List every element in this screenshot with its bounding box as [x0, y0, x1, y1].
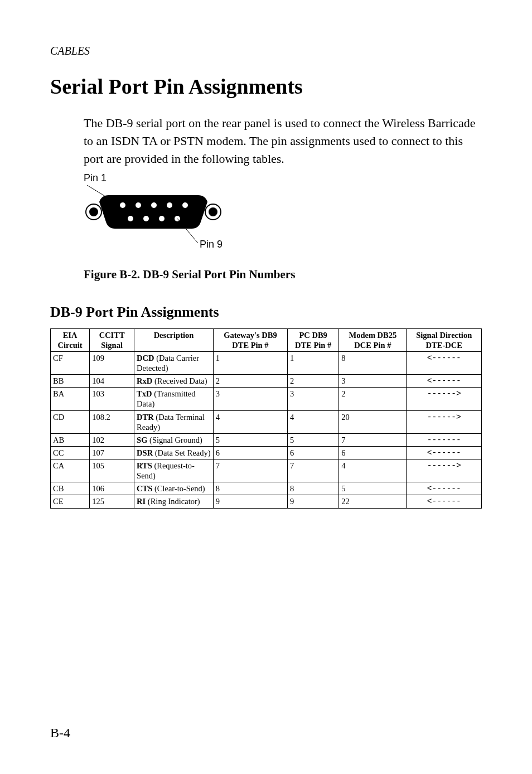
pin-assignments-table: EIA Circuit CCITT Signal Description Gat… [50, 328, 482, 509]
svg-point-5 [120, 202, 125, 208]
th-dir: Signal Direction DTE-DCE [407, 328, 482, 351]
table-cell: CC [51, 446, 90, 459]
table-row: BA103TxD (Transmitted Data)332------> [51, 388, 482, 410]
table-cell: 5 [288, 433, 339, 446]
table-row: CA105RTS (Request-to-Send)774------> [51, 459, 482, 482]
section-heading: DB-9 Port Pin Assignments [50, 304, 482, 321]
db9-connector-icon: Pin 9 [84, 185, 234, 252]
svg-point-2 [89, 207, 98, 216]
table-cell-direction: <------ [407, 446, 482, 459]
table-cell: 103 [90, 388, 134, 410]
table-cell: 2 [213, 375, 287, 388]
table-cell-direction: ------- [407, 433, 482, 446]
table-cell: CB [51, 482, 90, 495]
table-cell: BA [51, 388, 90, 410]
document-page: CABLES Serial Port Pin Assignments The D… [0, 0, 532, 774]
table-cell: 105 [90, 459, 134, 482]
table-cell: 3 [339, 375, 407, 388]
table-cell: 102 [90, 433, 134, 446]
svg-point-8 [167, 202, 172, 208]
table-cell: 125 [90, 495, 134, 508]
table-cell: 8 [213, 482, 287, 495]
table-cell-direction: <------ [407, 482, 482, 495]
svg-point-12 [159, 216, 165, 221]
th-dcepin: Modem DB25 DCE Pin # [339, 328, 407, 351]
table-cell-direction: <------ [407, 351, 482, 374]
table-row: AB102SG (Signal Ground)557------- [51, 433, 482, 446]
table-cell-direction: <------ [407, 495, 482, 508]
table-row: BB104RxD (Received Data)223<------ [51, 375, 482, 388]
page-title: Serial Port Pin Assignments [50, 74, 482, 99]
intro-paragraph: The DB-9 serial port on the rear panel i… [84, 114, 482, 168]
table-cell: 2 [288, 375, 339, 388]
db9-connector-figure: Pin 9 [84, 185, 482, 254]
table-cell-description: RxD (Received Data) [134, 375, 214, 388]
table-cell: 6 [213, 446, 287, 459]
table-cell: 4 [213, 410, 287, 433]
table-cell: CF [51, 351, 90, 374]
pin1-label: Pin 1 [84, 172, 482, 184]
table-cell: 1 [288, 351, 339, 374]
table-cell: 108.2 [90, 410, 134, 433]
table-cell: 22 [339, 495, 407, 508]
table-cell: 109 [90, 351, 134, 374]
table-cell-description: DTR (Data Terminal Ready) [134, 410, 214, 433]
table-cell-description: CTS (Clear-to-Send) [134, 482, 214, 495]
table-row: CB106CTS (Clear-to-Send)885<------ [51, 482, 482, 495]
table-cell: 4 [339, 459, 407, 482]
th-ccitt: CCITT Signal [90, 328, 134, 351]
table-cell-direction: ------> [407, 410, 482, 433]
table-cell: 7 [339, 433, 407, 446]
table-cell: 1 [213, 351, 287, 374]
table-cell: 2 [339, 388, 407, 410]
svg-point-6 [136, 202, 141, 208]
table-row: CD108.2DTR (Data Terminal Ready)4420----… [51, 410, 482, 433]
table-row: CC107DSR (Data Set Ready)666<------ [51, 446, 482, 459]
table-cell: 3 [213, 388, 287, 410]
table-row: CF109DCD (Data Carrier Detected)118<----… [51, 351, 482, 374]
table-cell-description: DSR (Data Set Ready) [134, 446, 214, 459]
table-cell: CA [51, 459, 90, 482]
figure-caption: Figure B-2. DB-9 Serial Port Pin Numbers [84, 268, 482, 282]
table-cell-direction: <------ [407, 375, 482, 388]
running-head: CABLES [50, 45, 482, 57]
table-cell: 104 [90, 375, 134, 388]
table-cell: 7 [213, 459, 287, 482]
table-cell: 8 [339, 351, 407, 374]
table-header-row: EIA Circuit CCITT Signal Description Gat… [51, 328, 482, 351]
table-cell: 6 [339, 446, 407, 459]
table-cell: 5 [213, 433, 287, 446]
table-cell: 6 [288, 446, 339, 459]
table-cell: 4 [288, 410, 339, 433]
table-body: CF109DCD (Data Carrier Detected)118<----… [51, 351, 482, 508]
th-gwpin: Gateway's DB9 DTE Pin # [213, 328, 287, 351]
table-cell: 20 [339, 410, 407, 433]
table-cell: 3 [288, 388, 339, 410]
table-cell: BB [51, 375, 90, 388]
table-cell: 9 [288, 495, 339, 508]
svg-point-7 [151, 202, 157, 208]
table-cell-description: DCD (Data Carrier Detected) [134, 351, 214, 374]
th-eia: EIA Circuit [51, 328, 90, 351]
th-desc: Description [134, 328, 214, 351]
table-cell-description: SG (Signal Ground) [134, 433, 214, 446]
table-cell: 9 [213, 495, 287, 508]
svg-point-11 [143, 216, 149, 221]
svg-point-4 [209, 207, 217, 216]
table-cell: CE [51, 495, 90, 508]
th-dtepin: PC DB9 DTE Pin # [288, 328, 339, 351]
table-cell: 5 [339, 482, 407, 495]
table-cell: 8 [288, 482, 339, 495]
table-cell: AB [51, 433, 90, 446]
table-cell-description: TxD (Transmitted Data) [134, 388, 214, 410]
table-cell-direction: ------> [407, 459, 482, 482]
table-cell-description: RTS (Request-to-Send) [134, 459, 214, 482]
table-cell-direction: ------> [407, 388, 482, 410]
pin9-label: Pin 9 [200, 239, 223, 250]
page-number: B-4 [50, 725, 70, 741]
table-cell-description: RI (Ring Indicator) [134, 495, 214, 508]
table-cell: 107 [90, 446, 134, 459]
svg-point-10 [128, 216, 133, 221]
table-cell: 7 [288, 459, 339, 482]
svg-point-9 [182, 202, 188, 208]
